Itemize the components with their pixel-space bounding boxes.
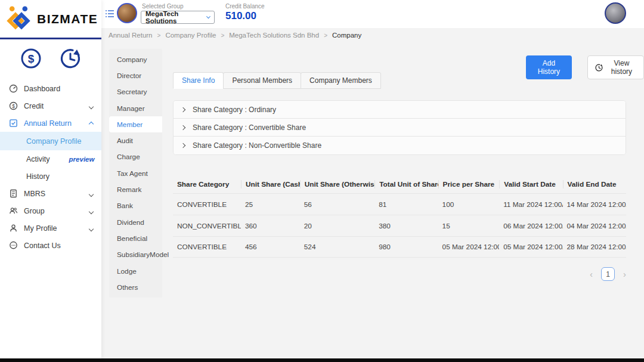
- chevron-right-icon: [181, 143, 185, 148]
- column-header: Valid End Date: [563, 180, 626, 188]
- column-header: Unit Share (Cash): [241, 180, 300, 188]
- accordion-share-category-ordinary[interactable]: Share Category : Ordinary: [174, 101, 626, 119]
- submenu-item-bank[interactable]: Bank: [109, 198, 162, 214]
- submenu-item-others[interactable]: Others: [109, 279, 162, 295]
- previous-page-icon[interactable]: ‹: [590, 270, 593, 279]
- chevron-up-icon: [89, 119, 93, 128]
- accordion-label: Share Category : Convertible Share: [193, 123, 306, 132]
- cell-total-unit: 980: [374, 243, 438, 251]
- bottom-taskbar-strip: [0, 358, 644, 362]
- breadcrumb-item[interactable]: MegaTech Solutions Sdn Bhd: [229, 32, 319, 39]
- sidebar-item-activity[interactable]: Activity preview: [0, 150, 101, 168]
- chevron-right-icon: [181, 125, 185, 129]
- cell-valid-start-date: 06 Mar 2024 12:00AM: [499, 222, 562, 230]
- rail-quick-icons: $: [0, 39, 101, 75]
- sidebar-item-my-profile[interactable]: My Profile: [0, 219, 101, 237]
- submenu-item-director[interactable]: Director: [109, 67, 162, 83]
- submenu-item-dividend[interactable]: Dividend: [109, 214, 162, 230]
- breadcrumb: Annual Return > Company Profile > MegaTe…: [109, 32, 361, 39]
- tab-personal-members[interactable]: Personal Members: [223, 72, 301, 89]
- sidebar-item-label: My Profile: [24, 224, 57, 233]
- column-header: Valid Start Date: [499, 180, 562, 188]
- breadcrumb-separator: >: [157, 32, 161, 39]
- submenu-item-charge[interactable]: Charge: [109, 149, 162, 165]
- submenu-item-subsidiarymodel[interactable]: SubsidiaryModel: [109, 247, 162, 263]
- sidebar-item-credit[interactable]: $ Credit: [0, 97, 101, 115]
- tab-share-info[interactable]: Share Info: [173, 72, 224, 89]
- submenu-item-manager[interactable]: Manager: [109, 100, 162, 116]
- breadcrumb-separator: >: [221, 32, 224, 39]
- chat-icon: [9, 241, 18, 250]
- cell-price-per-share: 05 Mar 2024 12:00AM: [438, 243, 500, 251]
- people-icon: [9, 206, 18, 215]
- user-avatar[interactable]: [605, 2, 626, 24]
- submenu-item-member[interactable]: Member: [109, 116, 162, 132]
- column-header: Unit Share (Otherwise): [300, 180, 374, 188]
- menu-toggle-icon[interactable]: [105, 10, 114, 18]
- sidebar-item-mbrs[interactable]: MBRS: [0, 185, 101, 202]
- submenu-item-company[interactable]: Company: [109, 51, 162, 67]
- submenu-item-audit[interactable]: Audit: [109, 132, 162, 148]
- submenu-item-lodge[interactable]: Lodge: [109, 263, 162, 279]
- credit-balance-label: Credit Balance: [225, 3, 265, 10]
- dollar-circle-icon[interactable]: $: [20, 48, 42, 69]
- submenu-item-tax-agent[interactable]: Tax Agent: [109, 165, 162, 181]
- sidebar-item-label: Company Profile: [26, 137, 81, 146]
- top-header-bar: Selected Group MegaTech Solutions Credit…: [101, 0, 644, 28]
- sidebar-menu: Dashboard $ Credit Annual Return Company…: [0, 75, 101, 254]
- sidebar-item-dashboard[interactable]: Dashboard: [0, 80, 101, 97]
- share-table: Share Category Unit Share (Cash) Unit Sh…: [173, 175, 626, 258]
- breadcrumb-item-current: Company: [332, 32, 361, 39]
- submenu-item-remark[interactable]: Remark: [109, 181, 162, 197]
- chevron-down-icon: [206, 14, 210, 18]
- accordion-share-category-convertible[interactable]: Share Category : Convertible Share: [174, 119, 626, 137]
- sidebar-item-label: Dashboard: [24, 85, 60, 93]
- sidebar-item-label: Group: [24, 207, 45, 215]
- add-history-button[interactable]: Add History: [526, 55, 572, 79]
- cell-unit-share-cash: 360: [241, 222, 300, 230]
- sidebar-item-annual-return[interactable]: Annual Return: [0, 115, 101, 132]
- brand-block: BIZMATE: [0, 0, 101, 39]
- cell-valid-end-date: 04 Mar 2024 12:00AM: [563, 222, 626, 230]
- sidebar-item-label: Activity: [26, 155, 50, 163]
- breadcrumb-separator: >: [324, 32, 327, 39]
- table-row[interactable]: CONVERTIBLE 25 56 81 100 11 Mar 2024 12:…: [173, 193, 626, 215]
- dashboard-icon: [9, 84, 18, 93]
- submenu-item-beneficial[interactable]: Beneficial: [109, 230, 162, 246]
- chevron-right-icon: [181, 107, 185, 112]
- sidebar-item-group[interactable]: Group: [0, 202, 101, 219]
- annual-return-icon: [9, 119, 18, 128]
- share-category-accordion: Share Category : Ordinary Share Category…: [173, 100, 626, 155]
- tab-company-members[interactable]: Company Members: [301, 72, 381, 89]
- table-row[interactable]: NON_CONVERTIBLE 360 20 380 15 06 Mar 202…: [173, 215, 626, 236]
- breadcrumb-item[interactable]: Company Profile: [165, 32, 216, 39]
- history-clock-icon[interactable]: [60, 48, 81, 69]
- sidebar-item-contact-us[interactable]: Contact Us: [0, 237, 101, 254]
- sidebar-item-company-profile[interactable]: Company Profile: [0, 132, 101, 150]
- breadcrumb-item[interactable]: Annual Return: [109, 32, 153, 39]
- accordion-share-category-non-convertible[interactable]: Share Category : Non-Convertible Share: [174, 137, 626, 154]
- sidebar-item-history[interactable]: History: [0, 168, 101, 185]
- cell-unit-share-cash: 25: [241, 200, 300, 209]
- bizmate-logo-icon: [5, 5, 32, 33]
- next-page-icon[interactable]: ›: [623, 270, 626, 279]
- credit-icon: $: [9, 101, 18, 110]
- chevron-down-icon: [89, 190, 93, 198]
- member-tabs: Share Info Personal Members Company Memb…: [173, 72, 380, 89]
- chevron-down-icon: [89, 207, 93, 215]
- brand-name: BIZMATE: [37, 12, 98, 26]
- chevron-down-icon: [89, 224, 93, 233]
- svg-text:$: $: [28, 52, 35, 65]
- submenu-item-secretary[interactable]: Secretary: [109, 84, 162, 100]
- document-icon: [9, 189, 18, 198]
- group-select-dropdown[interactable]: MegaTech Solutions: [141, 11, 215, 24]
- preview-badge: preview: [69, 156, 95, 163]
- member-toolbar: Add History View history: [526, 55, 644, 79]
- page-number-button[interactable]: 1: [601, 267, 615, 281]
- sidebar-item-label: History: [26, 172, 49, 181]
- group-avatar[interactable]: [117, 3, 137, 23]
- table-row[interactable]: CONVERTIBLE 456 524 980 05 Mar 2024 12:0…: [173, 236, 626, 258]
- view-history-button[interactable]: View history: [587, 55, 644, 79]
- sidebar-item-label: MBRS: [24, 190, 45, 198]
- company-section-submenu: Company Director Secretary Manager Membe…: [109, 49, 162, 298]
